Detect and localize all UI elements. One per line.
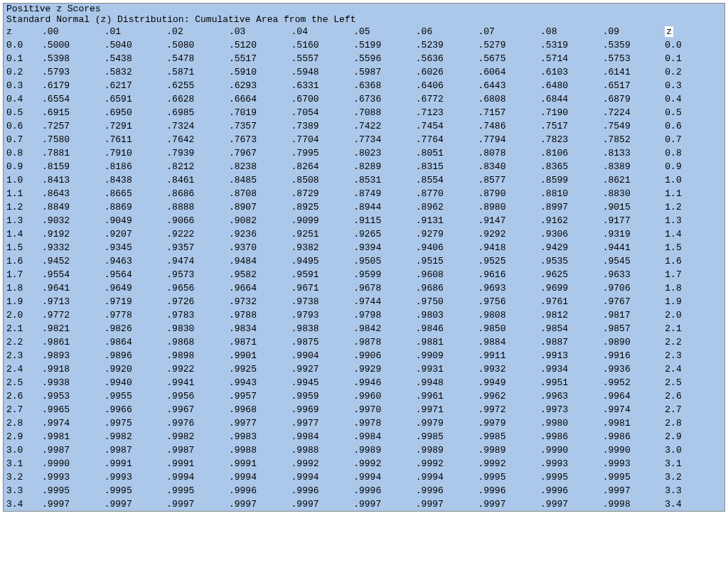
- cell-value: .9599: [350, 268, 413, 281]
- cell-value: .9573: [164, 268, 226, 281]
- cell-value: .8340: [475, 160, 537, 173]
- cell-value: .7517: [537, 119, 600, 133]
- cell-value: .8944: [350, 200, 413, 214]
- cell-value: .8438: [102, 173, 164, 187]
- cell-value: .9821: [39, 322, 102, 335]
- cell-value: .9998: [600, 497, 663, 511]
- cell-value: .9177: [600, 214, 663, 227]
- z-row-label-left: 1.1: [4, 187, 39, 200]
- z-row-label-right: 2.1: [662, 322, 724, 335]
- cell-value: .9961: [413, 389, 476, 403]
- cell-value: .9925: [226, 362, 289, 376]
- cell-value: .9812: [537, 308, 600, 322]
- z-row-label-left: 1.5: [4, 241, 39, 254]
- cell-value: .5714: [537, 52, 600, 65]
- cell-value: .9463: [102, 254, 164, 268]
- cell-value: .9990: [537, 443, 600, 457]
- cell-value: .9964: [600, 389, 663, 403]
- cell-value: .9918: [39, 362, 102, 376]
- table-row: 2.3.9893.9896.9898.9901.9904.9906.9909.9…: [4, 349, 724, 362]
- cell-value: .8159: [39, 160, 102, 173]
- cell-value: .9554: [39, 268, 102, 281]
- col-header: .08: [537, 25, 600, 38]
- cell-value: .9943: [226, 376, 289, 389]
- cell-value: .6141: [600, 65, 663, 79]
- cell-value: .5871: [164, 65, 226, 79]
- cell-value: .9633: [600, 268, 663, 281]
- cell-value: .7157: [475, 106, 537, 119]
- cell-value: .9993: [39, 470, 102, 484]
- z-row-label-left: 3.4: [4, 497, 39, 511]
- table-row: 2.8.9974.9975.9976.9977.9977.9978.9979.9…: [4, 416, 724, 430]
- cell-value: .9993: [537, 457, 600, 470]
- cell-value: .9656: [164, 281, 226, 295]
- cell-value: .9761: [537, 295, 600, 308]
- z-row-label-right: 0.0: [662, 38, 724, 52]
- cell-value: .9974: [39, 416, 102, 430]
- table-row: 1.8.9641.9649.9656.9664.9671.9678.9686.9…: [4, 281, 724, 295]
- cell-value: .6443: [475, 79, 537, 92]
- cell-value: .9441: [600, 241, 663, 254]
- cell-value: .9525: [475, 254, 537, 268]
- cell-value: .5199: [350, 38, 413, 52]
- cell-value: .9207: [102, 227, 164, 241]
- cell-value: .9997: [350, 497, 413, 511]
- cell-value: .9920: [102, 362, 164, 376]
- cell-value: .9997: [600, 484, 663, 497]
- header-z-left: z: [4, 25, 39, 38]
- z-row-label-left: 0.2: [4, 65, 39, 79]
- z-row-label-right: 0.7: [662, 133, 724, 146]
- cell-value: .7454: [413, 119, 476, 133]
- cell-value: .9967: [164, 403, 226, 416]
- z-row-label-right: 0.3: [662, 79, 724, 92]
- cell-value: .9997: [413, 497, 476, 511]
- z-row-label-right: 1.2: [662, 200, 724, 214]
- cell-value: .5239: [413, 38, 476, 52]
- cell-value: .9983: [226, 430, 289, 443]
- cell-value: .9678: [350, 281, 413, 295]
- z-row-label-left: 3.0: [4, 443, 39, 457]
- table-row: 2.5.9938.9940.9941.9943.9945.9946.9948.9…: [4, 376, 724, 389]
- cell-value: .9901: [226, 349, 289, 362]
- cell-value: .9793: [289, 308, 351, 322]
- cell-value: .9951: [537, 376, 600, 389]
- cell-value: .5319: [537, 38, 600, 52]
- cell-value: .5793: [39, 65, 102, 79]
- cell-value: .8023: [350, 146, 413, 160]
- cell-value: .9890: [600, 335, 663, 349]
- cell-value: .7357: [226, 119, 289, 133]
- cell-value: .9979: [475, 416, 537, 430]
- cell-value: .7967: [226, 146, 289, 160]
- cell-value: .9968: [226, 403, 289, 416]
- cell-value: .7190: [537, 106, 600, 119]
- table-row: 3.2.9993.9993.9994.9994.9994.9994.9994.9…: [4, 470, 724, 484]
- cell-value: .9992: [475, 457, 537, 470]
- cell-value: .7823: [537, 133, 600, 146]
- cell-value: .9772: [39, 308, 102, 322]
- cell-value: .5517: [226, 52, 289, 65]
- cell-value: .9977: [226, 416, 289, 430]
- z-row-label-right: 1.5: [662, 241, 724, 254]
- cell-value: .8749: [350, 187, 413, 200]
- cell-value: .7123: [413, 106, 476, 119]
- cell-value: .9948: [413, 376, 476, 389]
- header-row: z .00.01.02.03.04.05.06.07.08.09z: [4, 25, 724, 38]
- cell-value: .9989: [350, 443, 413, 457]
- z-row-label-right: 3.3: [662, 484, 724, 497]
- cell-value: .8925: [289, 200, 351, 214]
- table-row: 3.0.9987.9987.9987.9988.9988.9989.9989.9…: [4, 443, 724, 457]
- cell-value: .9996: [475, 484, 537, 497]
- cell-value: .9881: [413, 335, 476, 349]
- cell-value: .9418: [475, 241, 537, 254]
- cell-value: .9997: [289, 497, 351, 511]
- cell-value: .9955: [102, 389, 164, 403]
- cell-value: .8051: [413, 146, 476, 160]
- table-row: 1.9.9713.9719.9726.9732.9738.9744.9750.9…: [4, 295, 724, 308]
- cell-value: .9884: [475, 335, 537, 349]
- cell-value: .8365: [537, 160, 600, 173]
- table-row: 0.5.6915.6950.6985.7019.7054.7088.7123.7…: [4, 106, 724, 119]
- cell-value: .9982: [164, 430, 226, 443]
- z-row-label-right: 2.4: [662, 362, 724, 376]
- col-header: .07: [475, 25, 537, 38]
- table-row: 2.6.9953.9955.9956.9957.9959.9960.9961.9…: [4, 389, 724, 403]
